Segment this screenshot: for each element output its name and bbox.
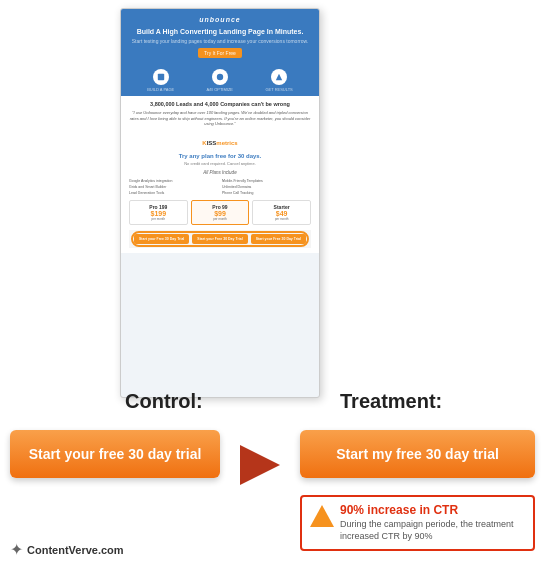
lp-stat-heading: 3,800,000 Leads and 4,000 Companies can'…	[129, 101, 311, 107]
lp-features-grid: Google Analytics integration Mobile-Frie…	[129, 178, 311, 196]
lp-testimonial: "I use Unbounce everyday and have over 1…	[129, 110, 311, 127]
lp-price-feature-1: per month	[194, 217, 247, 222]
lp-price-amt-1: $99	[194, 210, 247, 217]
lp-price-feature-0: per month	[132, 217, 185, 222]
ctr-text-area: 90% increase in CTR During the campaign …	[340, 503, 525, 543]
content-verve-logo: ✦ ContentVerve.com	[10, 540, 124, 559]
ctr-subtext: During the campaign periode, the treatme…	[340, 519, 525, 542]
ctr-headline: 90% increase in CTR	[340, 503, 525, 517]
content-verve-name: ContentVerve	[27, 544, 98, 556]
lp-body: 3,800,000 Leads and 4,000 Companies can'…	[121, 96, 319, 253]
lp-cta-row: Start your Free 30 Day Trial Start your …	[129, 230, 311, 248]
lp-price-card-0: Pro 199 $199 per month	[129, 200, 188, 226]
control-button[interactable]: Start your free 30 day trial	[10, 430, 220, 478]
ctr-box: 90% increase in CTR During the campaign …	[300, 495, 535, 551]
lp-subheading: Start testing your landing pages today a…	[125, 38, 315, 45]
lp-header: unbounce Build A High Converting Landing…	[121, 9, 319, 65]
lp-feature-4: Lead Generation Tools	[129, 190, 218, 196]
lp-price-feature-2: per month	[255, 217, 308, 222]
svg-marker-2	[276, 74, 282, 80]
lp-cta-btn-0[interactable]: Start your Free 30 Day Trial	[134, 234, 189, 244]
content-verve-icon: ✦	[10, 540, 23, 559]
lp-kiss-metrics: KISSmetrics	[129, 131, 311, 149]
lp-try-heading: Try any plan free for 30 days.	[129, 153, 311, 159]
lp-try-sub: No credit card required. Cancel anytime.	[129, 161, 311, 166]
lp-headline: Build A High Converting Landing Page In …	[125, 27, 315, 36]
svg-rect-0	[158, 74, 164, 80]
treatment-label: Treatment:	[340, 390, 442, 413]
lp-icon-convert: GET RESULTS	[265, 69, 292, 92]
lp-feature-5: Phone Call Tracking	[222, 190, 311, 196]
treatment-button-label: Start my free 30 day trial	[336, 446, 499, 462]
treatment-button[interactable]: Start my free 30 day trial	[300, 430, 535, 478]
lp-pricing-row: Pro 199 $199 per month Pro 99 $99 per mo…	[129, 200, 311, 226]
svg-point-1	[217, 74, 223, 80]
lp-icons-row: BUILD A PAGE A/B OPTIMIZE GET RESULTS	[121, 65, 319, 96]
lp-price-amt-0: $199	[132, 210, 185, 217]
control-label: Control:	[125, 390, 203, 413]
ctr-arrow-up-icon	[310, 505, 334, 527]
lp-logo: unbounce	[125, 15, 315, 24]
lp-price-card-2: Starter $49 per month	[252, 200, 311, 226]
lp-icon-build: BUILD A PAGE	[147, 69, 174, 92]
arrow-icon	[240, 445, 280, 485]
control-button-label: Start your free 30 day trial	[29, 446, 202, 462]
content-verve-domain: .com	[98, 544, 124, 556]
landing-page-screenshot: unbounce Build A High Converting Landing…	[120, 8, 320, 398]
lp-kiss-logo: KISSmetrics	[202, 140, 237, 146]
lp-cta-top-button[interactable]: Try It For Free	[198, 48, 242, 59]
lp-icon-test: A/B OPTIMIZE	[207, 69, 233, 92]
lp-cta-btn-1[interactable]: Start your Free 30 Day Trial	[192, 234, 247, 244]
lp-cta-btn-2[interactable]: Start your Free 30 Day Trial	[251, 234, 306, 244]
lp-plans-label: All Plans Include	[129, 170, 311, 175]
arrow-container	[230, 445, 290, 485]
lp-price-amt-2: $49	[255, 210, 308, 217]
content-verve-text: ContentVerve.com	[27, 544, 124, 556]
lp-price-card-1: Pro 99 $99 per month	[191, 200, 250, 226]
